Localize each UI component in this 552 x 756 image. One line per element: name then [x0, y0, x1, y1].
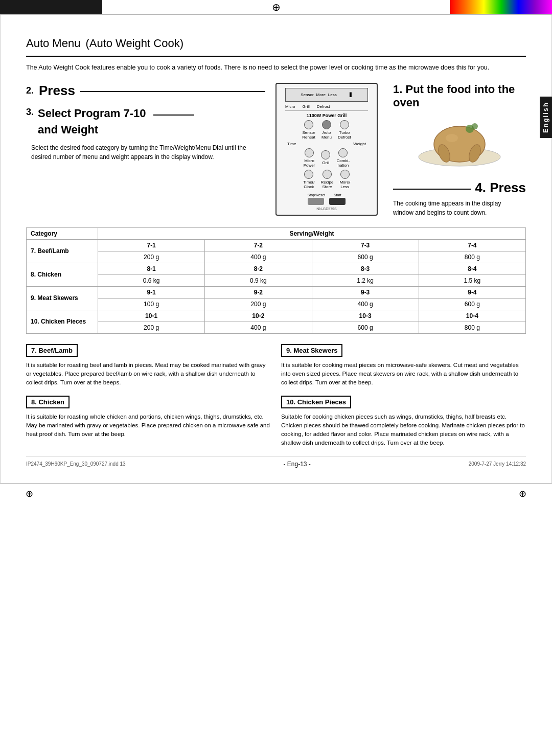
- mw-btn-more-less[interactable]: [340, 170, 350, 179]
- mw-btn-combo[interactable]: [338, 148, 348, 157]
- mw-stop-btn[interactable]: [308, 198, 324, 205]
- table-code: 8-4: [419, 263, 525, 274]
- mw-btn-turbo[interactable]: [340, 120, 349, 129]
- table-code: 10-4: [419, 310, 525, 322]
- mw-btn-sensor[interactable]: [304, 120, 313, 129]
- table-weight: 200 g: [205, 298, 312, 310]
- footer: IP2474_39H60KP_Eng_30_090727.indd 13 - E…: [26, 456, 526, 468]
- table-weight: 200 g: [98, 251, 205, 263]
- table-code: 7-3: [312, 239, 419, 251]
- page-title: Auto Menu (Auto Weight Cook): [26, 30, 526, 57]
- desc-skewers-text: It is suitable for cooking meat pieces o…: [281, 361, 526, 387]
- mw-btn-recipe[interactable]: [323, 170, 332, 179]
- chicken-svg: [413, 113, 505, 170]
- svg-point-5: [472, 123, 478, 129]
- page-outer: English Auto Menu (Auto Weight Cook) The…: [0, 14, 552, 484]
- table-weight: 400 g: [205, 322, 312, 333]
- footer-center: - Eng-13 -: [283, 461, 310, 468]
- language-tab: English: [540, 97, 552, 138]
- table-weight: 200 g: [98, 322, 205, 333]
- page-content: Auto Menu (Auto Weight Cook) The Auto We…: [1, 15, 551, 483]
- table-row: 0.6 kg 0.9 kg 1.2 kg 1.5 kg: [27, 274, 526, 286]
- top-bar-compass: ⊕: [102, 0, 450, 14]
- table-weight: 1.2 kg: [312, 274, 419, 286]
- table-code: 9-2: [205, 286, 312, 298]
- right-column: 1. Put the food into the oven: [393, 83, 526, 217]
- mw-micro-power: MicroPower: [304, 148, 315, 168]
- mw-btn-grill[interactable]: [321, 150, 330, 159]
- table-body: 7. Beef/Lamb 7-1 7-2 7-3 7-4 200 g 400 g…: [27, 239, 526, 333]
- color-bar: [450, 0, 552, 14]
- table-weight: 0.9 kg: [205, 274, 312, 286]
- mw-start-btn[interactable]: [329, 198, 346, 205]
- step3-number: 3.: [26, 107, 34, 118]
- table-code: 8-1: [98, 263, 205, 274]
- desc-skewers-title: 9. Meat Skewers: [281, 344, 342, 357]
- table-code: 10-3: [312, 310, 419, 322]
- mw-btn-timer[interactable]: [304, 170, 313, 179]
- mw-timer-clock: Timer/Clock: [303, 170, 314, 189]
- mw-grill: Grill: [321, 150, 330, 165]
- step3-description: Select the desired food category by turn…: [31, 143, 265, 162]
- table-category-chicken: 8. Chicken: [27, 263, 98, 286]
- table-category-skewers: 9. Meat Skewers: [27, 286, 98, 310]
- step4-desc1: The cooking time appears in the display: [393, 199, 526, 208]
- table-row: 100 g 200 g 400 g 600 g: [27, 298, 526, 310]
- table-code: 7-4: [419, 239, 525, 251]
- table-serving-header: Serving/Weight: [98, 227, 526, 239]
- left-column: 2. Press 3. Select Program 7-10 and We: [26, 83, 265, 217]
- desc-section-2: 8. Chicken It is suitable for roasting w…: [26, 396, 526, 448]
- desc-beef-lamb: 7. Beef/Lamb It is suitable for roasting…: [26, 344, 271, 387]
- desc-section-1: 7. Beef/Lamb It is suitable for roasting…: [26, 344, 526, 387]
- table-row: 9. Meat Skewers 9-1 9-2 9-3 9-4: [27, 286, 526, 298]
- bottom-compass-left: ⊕: [26, 488, 33, 499]
- table-code: 9-4: [419, 286, 525, 298]
- table-code: 9-1: [98, 286, 205, 298]
- step4-desc2: window and begins to count down.: [393, 208, 526, 217]
- mw-buttons-row1: SensorReheat AutoMenu TurboDefrost: [302, 120, 351, 140]
- step3-label-text: Select Program 7-10: [38, 107, 146, 120]
- bottom-bar: ⊕ ⊕: [0, 484, 552, 503]
- mw-time-weight-row: Time Weight: [285, 142, 368, 146]
- table-row: 200 g 400 g 600 g 800 g: [27, 322, 526, 333]
- title-subtitle: (Auto Weight Cook): [85, 37, 183, 50]
- table-category-beef: 7. Beef/Lamb: [27, 239, 98, 263]
- mw-start-label: Start: [329, 193, 346, 197]
- step1-area: 1. Put the food into the oven: [393, 83, 526, 170]
- microwave-diagram: Sensor More Less ▋ Micro Grill Defrost 1…: [275, 83, 378, 216]
- table-code: 10-2: [205, 310, 312, 322]
- desc-chicken-text: It is suitable for roasting whole chicke…: [26, 413, 271, 439]
- step3-label: Select Program 7-10: [38, 107, 194, 120]
- desc-meat-skewers: 9. Meat Skewers It is suitable for cooki…: [281, 344, 526, 387]
- step3: 3. Select Program 7-10 and Weight Select…: [26, 107, 265, 162]
- top-bar: ⊕: [0, 0, 552, 14]
- desc-chicken-pieces: 10. Chicken Pieces Suitable for cooking …: [281, 396, 526, 448]
- table-weight: 600 g: [312, 251, 419, 263]
- table-weight: 800 g: [419, 322, 525, 333]
- table-row: 200 g 400 g 600 g 800 g: [27, 251, 526, 263]
- mw-tab-defrost: Defrost: [317, 104, 330, 109]
- mw-time-label: Time: [287, 142, 296, 146]
- step1-heading: 1. Put the food into the oven: [393, 83, 526, 109]
- bottom-compass-right: ⊕: [519, 488, 526, 499]
- table-weight: 600 g: [419, 298, 525, 310]
- main-layout: 2. Press 3. Select Program 7-10 and We: [26, 83, 526, 217]
- mw-turbo-defrost: TurboDefrost: [338, 120, 351, 140]
- mw-sensor-reheat: SensorReheat: [302, 120, 315, 140]
- footer-left: IP2474_39H60KP_Eng_30_090727.indd 13: [26, 461, 126, 467]
- table-weight: 400 g: [205, 251, 312, 263]
- table-weight: 400 g: [312, 298, 419, 310]
- step4-area: 4. Press The cooking time appears in the…: [393, 180, 526, 217]
- step2-number: 2.: [26, 85, 34, 96]
- table-code: 7-2: [205, 239, 312, 251]
- title-main: Auto Menu: [26, 37, 80, 50]
- food-table: Category Serving/Weight 7. Beef/Lamb 7-1…: [26, 227, 526, 334]
- table-header-row: Category Serving/Weight: [27, 227, 526, 239]
- mw-stop-label: Stop/Reset: [308, 193, 326, 197]
- step3-sublabel: and Weight: [38, 123, 194, 136]
- mw-start-group: Start: [329, 193, 346, 205]
- desc-chicken: 8. Chicken It is suitable for roasting w…: [26, 396, 271, 448]
- mw-btn-micro[interactable]: [305, 148, 314, 157]
- step4-heading: 4. Press: [475, 180, 526, 196]
- mw-btn-auto[interactable]: [322, 120, 331, 129]
